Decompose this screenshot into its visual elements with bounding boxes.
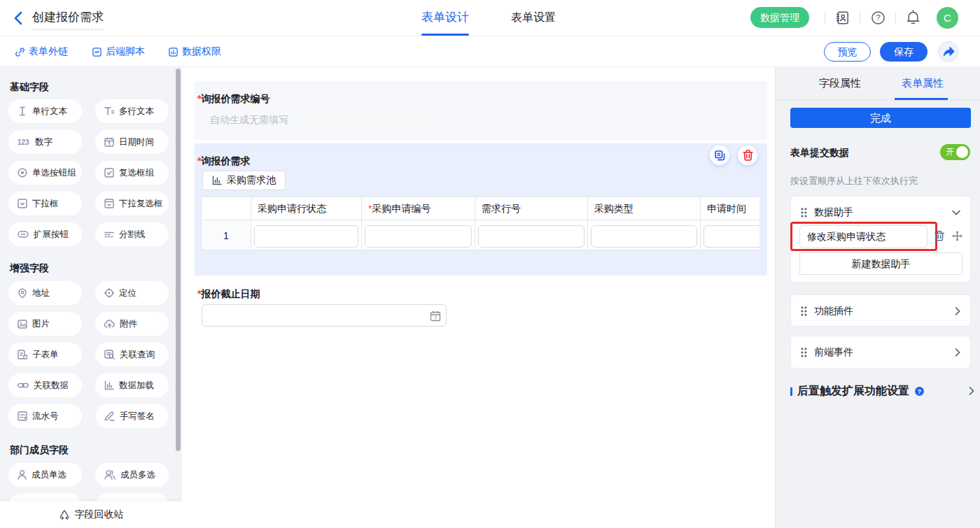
- svg-text:123: 123: [18, 138, 29, 146]
- svg-text:?: ?: [918, 388, 921, 395]
- svg-text:7: 7: [434, 315, 437, 321]
- svg-text:?: ?: [876, 13, 880, 22]
